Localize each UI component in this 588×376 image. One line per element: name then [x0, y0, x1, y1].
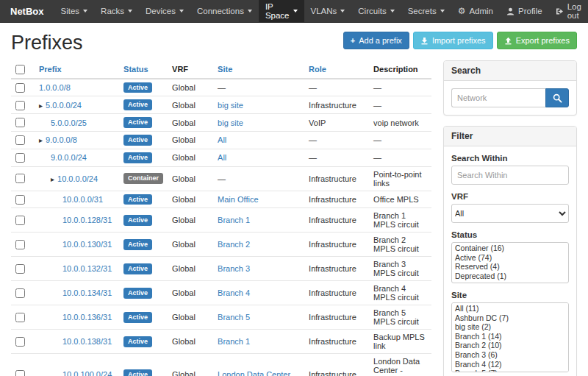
log-out-icon — [556, 7, 564, 15]
row-checkbox[interactable] — [15, 153, 25, 163]
add-a-prefix-button[interactable]: +Add a prefix — [343, 32, 409, 49]
site-option[interactable]: Branch 3 (6) — [453, 350, 567, 360]
status-option[interactable]: Container (16) — [453, 244, 567, 253]
description-value: Point-to-point links — [373, 170, 421, 188]
column-header-prefix[interactable]: Prefix — [35, 60, 119, 79]
status-badge: Active — [123, 82, 152, 93]
row-checkbox[interactable] — [15, 174, 25, 183]
role-value: VoIP — [309, 118, 326, 127]
prefix-link[interactable]: 10.0.0.136/31 — [62, 313, 112, 322]
user-menu: ⚙AdminProfileLog out — [451, 0, 588, 22]
site-link[interactable]: London Data Center — [218, 370, 290, 376]
status-option[interactable]: Reserved (4) — [453, 262, 567, 272]
nav-item-label: IP Space — [265, 2, 290, 20]
nav-item-circuits[interactable]: Circuits — [351, 0, 401, 22]
site-option[interactable]: All (11) — [453, 304, 567, 313]
row-checkbox[interactable] — [15, 313, 25, 322]
site-link[interactable]: Main Office — [218, 195, 258, 204]
site-link[interactable]: Branch 2 — [218, 240, 250, 249]
search-input[interactable] — [451, 88, 545, 107]
site-link[interactable]: All — [218, 153, 226, 162]
status-filter-select[interactable]: Container (16)Active (74)Reserved (4)Dep… — [451, 242, 569, 283]
row-checkbox[interactable] — [15, 216, 25, 225]
site-option[interactable]: Branch 5 (7) — [453, 369, 567, 372]
status-option[interactable]: Active (74) — [453, 253, 567, 263]
role-value: Infrastructure — [309, 313, 356, 322]
row-checkbox[interactable] — [15, 264, 25, 274]
prefix-link[interactable]: 1.0.0.0/8 — [39, 83, 71, 92]
row-checkbox[interactable] — [15, 83, 25, 93]
prefix-link[interactable]: 5.0.0.0/25 — [51, 118, 87, 127]
prefix-link[interactable]: 10.0.0.138/31 — [62, 337, 112, 346]
site-link[interactable]: big site — [218, 101, 243, 110]
site-link[interactable]: Branch 1 — [218, 337, 250, 346]
site-filter-select[interactable]: All (11)Ashburn DC (7)big site (2)Branch… — [451, 302, 569, 372]
prefix-link[interactable]: 9.0.0.0/8 — [46, 135, 77, 144]
search-within-input[interactable] — [451, 166, 569, 185]
prefix-link[interactable]: 10.0.100.0/24 — [62, 370, 112, 376]
select-all-checkbox[interactable] — [15, 65, 25, 74]
status-option[interactable]: Deprecated (1) — [453, 272, 567, 281]
nav-item-racks[interactable]: Racks — [94, 0, 139, 22]
row-checkbox[interactable] — [15, 195, 25, 205]
site-link[interactable]: Branch 5 — [218, 313, 250, 322]
table-row: 9.0.0.0/8ActiveGlobalAll—— — [11, 131, 431, 149]
row-checkbox[interactable] — [15, 288, 25, 298]
nav-item-connections[interactable]: Connections — [190, 0, 259, 22]
nav-item-vlans[interactable]: VLANs — [304, 0, 352, 22]
row-checkbox[interactable] — [15, 240, 25, 249]
nav-item-log-out[interactable]: Log out — [549, 0, 588, 22]
table-row: 10.0.0.138/31ActiveGlobalBranch 1Infrast… — [11, 330, 431, 354]
chevron-down-icon — [83, 10, 87, 13]
prefix-link[interactable]: 10.0.0.0/31 — [62, 195, 103, 204]
nav-item-admin[interactable]: ⚙Admin — [451, 0, 500, 22]
column-header-site[interactable]: Site — [213, 60, 304, 79]
site-option[interactable]: Ashburn DC (7) — [453, 313, 567, 323]
nav-item-profile[interactable]: Profile — [500, 0, 549, 22]
site-option[interactable]: Branch 4 (12) — [453, 360, 567, 369]
nav-item-ip-space[interactable]: IP Space — [259, 0, 304, 22]
vrf-filter-label: VRF — [451, 192, 569, 201]
row-checkbox[interactable] — [15, 101, 25, 110]
site-link[interactable]: Branch 4 — [218, 288, 250, 297]
prefix-link[interactable]: 5.0.0.0/24 — [46, 101, 82, 110]
prefix-link[interactable]: 10.0.0.0/24 — [57, 174, 98, 183]
site-link[interactable]: Branch 1 — [218, 216, 250, 224]
prefix-link[interactable]: 10.0.0.130/31 — [62, 240, 112, 249]
row-checkbox[interactable] — [15, 370, 25, 376]
site-option[interactable]: Branch 2 (10) — [453, 341, 567, 350]
nav-item-label: Sites — [61, 7, 80, 15]
site-option[interactable]: Branch 1 (14) — [453, 332, 567, 341]
table-row: 9.0.0.0/24ActiveGlobalAll—— — [11, 149, 431, 166]
vrf-value: Global — [172, 174, 196, 183]
vrf-value: Global — [172, 135, 196, 144]
export-prefixes-button[interactable]: Export prefixes — [497, 32, 577, 49]
role-value: Infrastructure — [309, 288, 356, 297]
column-header-status[interactable]: Status — [119, 60, 168, 79]
prefix-link[interactable]: 10.0.0.128/31 — [62, 216, 112, 224]
search-button[interactable] — [545, 88, 569, 107]
brand-logo[interactable]: NetBox — [0, 0, 54, 22]
row-checkbox[interactable] — [15, 337, 25, 347]
chevron-down-icon — [440, 10, 445, 13]
nav-item-sites[interactable]: Sites — [54, 0, 95, 22]
import-prefixes-button[interactable]: Import prefixes — [413, 32, 493, 49]
table-row: 10.0.0.132/31ActiveGlobalBranch 3Infrast… — [11, 257, 431, 281]
table-row: 10.0.100.0/24ActiveGlobalLondon Data Cen… — [11, 354, 431, 376]
site-option[interactable]: big site (2) — [453, 322, 567, 332]
prefix-link[interactable]: 10.0.0.134/31 — [62, 288, 112, 297]
prefix-link[interactable]: 10.0.0.132/31 — [62, 264, 112, 273]
nav-item-secrets[interactable]: Secrets — [401, 0, 451, 22]
column-header-role[interactable]: Role — [304, 60, 369, 79]
site-link[interactable]: Branch 3 — [218, 264, 250, 273]
prefix-link[interactable]: 9.0.0.0/24 — [51, 153, 87, 162]
status-badge: Container — [123, 173, 163, 184]
site-link[interactable]: All — [218, 135, 226, 144]
site-link[interactable]: big site — [218, 118, 243, 127]
row-checkbox[interactable] — [15, 118, 25, 127]
nav-item-devices[interactable]: Devices — [139, 0, 190, 22]
status-badge: Active — [123, 336, 152, 347]
vrf-filter-select[interactable]: All — [451, 204, 569, 223]
row-checkbox[interactable] — [15, 135, 25, 145]
nav-item-label: Circuits — [358, 7, 386, 15]
